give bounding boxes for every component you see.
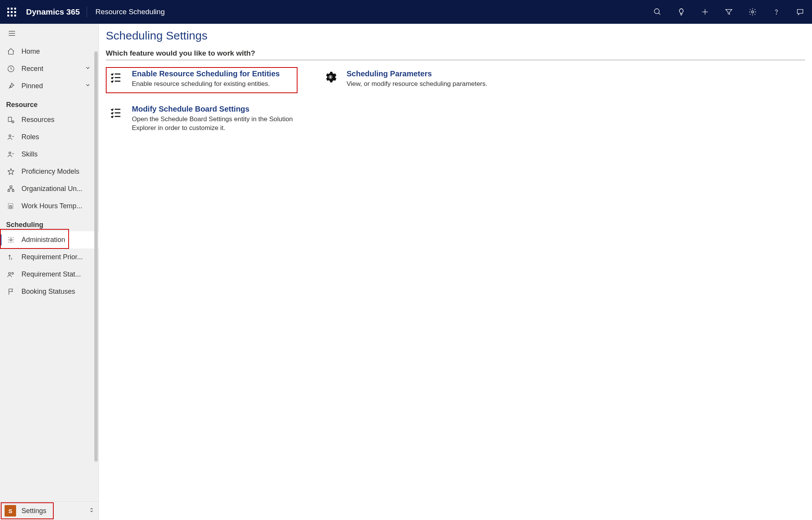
nav-item-recent[interactable]: Recent [0, 60, 99, 77]
card-desc: Open the Schedule Board Settings entity … [132, 115, 293, 133]
lightbulb-icon [677, 8, 685, 16]
app-launcher-button[interactable] [0, 0, 23, 24]
funnel-icon [725, 8, 733, 16]
nav-item-home[interactable]: Home [0, 43, 99, 60]
card-title: Enable Resource Scheduling for Entities [132, 69, 280, 78]
nav-item-label: Home [21, 48, 92, 56]
card-enable-scheduling[interactable]: Enable Resource Scheduling for Entities … [106, 67, 298, 93]
gear-icon [748, 8, 757, 16]
nav-scrollbar[interactable] [94, 51, 99, 497]
question-icon [772, 8, 781, 16]
nav-item-label: Administration [21, 236, 92, 244]
nav-item-label: Pinned [21, 82, 85, 90]
template-icon [6, 202, 15, 211]
nav-item-work-hours[interactable]: Work Hours Temp... [0, 197, 99, 215]
nav-group-scheduling: Scheduling [0, 215, 99, 231]
nav-item-label: Resources [21, 116, 92, 124]
person-icon [6, 150, 15, 159]
nav-item-req-statuses[interactable]: Requirement Stat... [0, 266, 99, 283]
settings-button[interactable] [741, 0, 764, 24]
chevron-down-icon [85, 65, 92, 73]
page-title: Scheduling Settings [99, 24, 812, 49]
svg-point-12 [9, 135, 11, 137]
pin-icon [6, 82, 15, 91]
checklist-icon [109, 105, 123, 119]
clock-icon [6, 64, 15, 74]
chat-icon [796, 8, 804, 16]
home-icon [6, 47, 15, 56]
area-tile: S [5, 505, 16, 517]
nav-item-skills[interactable]: Skills [0, 146, 99, 163]
nav-item-label: Roles [21, 133, 92, 141]
nav-item-label: Requirement Stat... [21, 270, 92, 278]
svg-point-14 [9, 152, 11, 154]
plus-icon [701, 8, 709, 16]
svg-rect-18 [12, 190, 14, 191]
priority-icon [6, 253, 15, 262]
assistant-button[interactable] [788, 0, 812, 24]
top-actions [646, 0, 812, 24]
card-modify-board[interactable]: Modify Schedule Board Settings Open the … [106, 102, 298, 136]
svg-point-4 [751, 11, 754, 13]
svg-point-31 [329, 76, 332, 78]
left-column: Enable Resource Scheduling for Entities … [106, 67, 298, 136]
hamburger-icon [8, 29, 16, 38]
checklist-icon [109, 70, 123, 84]
chevron-down-icon [85, 82, 92, 90]
left-nav: Home Recent Pinned Resource Resources Ro… [0, 24, 99, 520]
nav-item-label: Proficiency Models [21, 168, 92, 176]
search-button[interactable] [646, 0, 669, 24]
svg-point-5 [776, 14, 776, 14]
search-icon [653, 8, 662, 16]
page-prompt: Which feature would you like to work wit… [106, 49, 805, 60]
area-label: Settings [21, 507, 89, 515]
filter-button[interactable] [717, 0, 741, 24]
card-title: Scheduling Parameters [347, 69, 487, 78]
waffle-icon [7, 8, 16, 16]
nav-item-label: Requirement Prior... [21, 253, 92, 261]
nav-item-label: Organizational Un... [21, 185, 92, 193]
svg-point-24 [12, 273, 13, 274]
nav-item-label: Work Hours Temp... [21, 202, 92, 210]
star-icon [6, 167, 15, 176]
brand-link[interactable]: Dynamics 365 [23, 7, 87, 16]
svg-rect-16 [10, 186, 12, 188]
svg-point-11 [12, 121, 14, 123]
nav-item-booking-statuses[interactable]: Booking Statuses [0, 283, 99, 300]
nav-item-label: Recent [21, 65, 85, 73]
right-column: Scheduling Parameters View, or modify re… [321, 67, 491, 92]
person-icon [6, 133, 15, 142]
card-desc: Enable resource scheduling for existing … [132, 80, 280, 89]
persongroup-icon [6, 270, 15, 279]
top-bar: Dynamics 365 Resource Scheduling [0, 0, 812, 24]
gear-solid-icon [324, 70, 337, 84]
svg-point-21 [10, 239, 12, 241]
nav-item-req-priorities[interactable]: Requirement Prior... [0, 248, 99, 266]
nav-item-proficiency[interactable]: Proficiency Models [0, 163, 99, 180]
card-scheduling-parameters[interactable]: Scheduling Parameters View, or modify re… [321, 67, 491, 92]
help-button[interactable] [764, 0, 788, 24]
nav-item-resources[interactable]: Resources [0, 111, 99, 128]
svg-rect-10 [8, 117, 12, 122]
flag-icon [6, 287, 15, 296]
resources-icon [6, 115, 15, 125]
card-title: Modify Schedule Board Settings [132, 105, 293, 114]
nav-item-roles[interactable]: Roles [0, 128, 99, 146]
nav-group-resource: Resource [0, 95, 99, 111]
cards-area: Enable Resource Scheduling for Entities … [99, 60, 812, 136]
nav-item-pinned[interactable]: Pinned [0, 77, 99, 95]
svg-line-1 [659, 13, 661, 15]
add-button[interactable] [693, 0, 717, 24]
main-content: Scheduling Settings Which feature would … [99, 24, 812, 520]
area-switcher[interactable]: S Settings [0, 501, 99, 520]
nav-item-label: Booking Statuses [21, 288, 92, 296]
app-name[interactable]: Resource Scheduling [87, 8, 165, 16]
ideas-button[interactable] [669, 0, 693, 24]
nav-item-org-units[interactable]: Organizational Un... [0, 180, 99, 197]
nav-collapse-button[interactable] [0, 24, 99, 43]
updown-icon [89, 506, 95, 515]
nav-item-label: Skills [21, 150, 92, 158]
card-desc: View, or modify resource scheduling para… [347, 80, 487, 89]
svg-point-0 [654, 9, 659, 14]
nav-item-administration[interactable]: Administration [0, 231, 99, 248]
